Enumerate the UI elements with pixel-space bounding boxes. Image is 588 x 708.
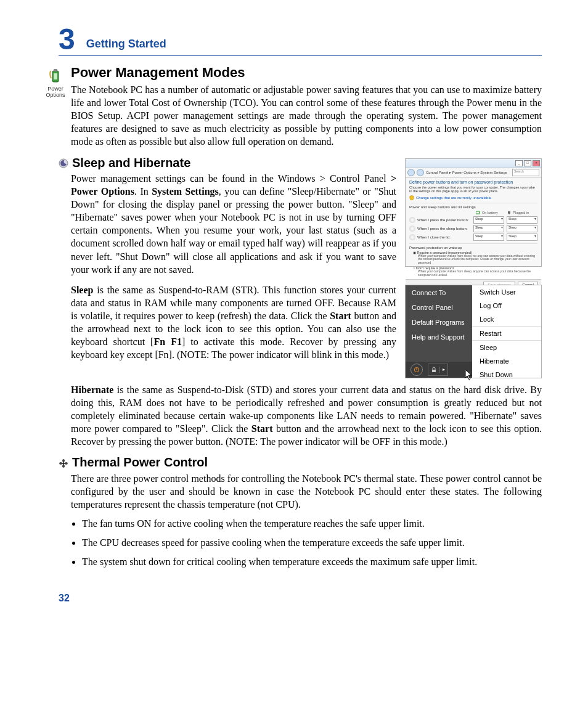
bullet-item: The fan turns ON for active cooling when…	[82, 517, 542, 530]
row-power-button: When I press the power button:SleepSleep	[409, 216, 537, 224]
section-power-management: Power Options Power Management Modes The…	[71, 65, 542, 149]
bullet-item: The system shut down for critical coolin…	[82, 555, 542, 568]
section-thermal: Thermal Power Control There are three po…	[71, 455, 542, 568]
icon-label: Power Options	[46, 86, 65, 98]
heading-power-management: Power Management Modes	[71, 65, 542, 81]
start-menu-right: Switch User Log Off Lock Restart Sleep H…	[472, 285, 541, 378]
dropdown: Sleep	[473, 216, 504, 224]
maximize-icon: □	[524, 160, 531, 166]
figure-start-menu: Connect To Control Panel Default Program…	[405, 285, 542, 378]
row-close-lid: When I close the lid:SleepSleep	[409, 234, 537, 241]
dropdown: Sleep	[507, 216, 537, 224]
back-icon	[407, 169, 415, 176]
power-options-icon: Power Options	[43, 67, 68, 98]
address-bar: Control Panel ▸ Power Options ▸ System S…	[406, 168, 541, 177]
chapter-number: 3	[59, 25, 75, 54]
battery-icon	[476, 210, 481, 215]
svg-rect-2	[54, 73, 57, 79]
start-menu-left: Connect To Control Panel Default Program…	[406, 285, 472, 378]
dropdown: Sleep	[473, 234, 504, 241]
minimize-icon: _	[515, 160, 523, 166]
window-titlebar: _ □ ×	[406, 159, 541, 168]
para-thermal: There are three power control methods fo…	[71, 472, 542, 511]
menu-item: Log Off	[472, 299, 541, 312]
svg-rect-8	[432, 370, 436, 372]
power-icon	[410, 364, 423, 376]
lock-icon	[428, 367, 440, 373]
chapter-title: Getting Started	[86, 38, 166, 54]
cursor-icon	[465, 369, 473, 380]
close-icon: ×	[533, 160, 540, 166]
power-button-icon	[409, 217, 415, 223]
section-label: Power and sleep buttons and lid settings	[409, 205, 537, 209]
lock-group: ▸	[428, 364, 448, 376]
dropdown: Sleep	[507, 225, 537, 232]
menu-item: Sleep	[472, 341, 541, 354]
forward-icon	[417, 169, 424, 176]
menu-item: Switch User	[472, 285, 541, 299]
change-settings-link: Change settings that are currently unava…	[409, 195, 537, 200]
row-sleep-button: When I press the sleep button:SleepSleep	[409, 225, 537, 232]
heading-thermal: Thermal Power Control	[72, 455, 208, 469]
moon-icon	[59, 158, 68, 171]
settings-heading: Define power buttons and turn on passwor…	[409, 180, 537, 184]
menu-item: Restart	[472, 327, 541, 341]
search-input: Search	[512, 169, 539, 176]
section-password: Password protection on wakeup	[409, 243, 537, 250]
chapter-header: 3 Getting Started	[59, 25, 542, 56]
svg-rect-1	[54, 69, 57, 71]
menu-item: Default Programs	[406, 315, 472, 330]
svg-point-9	[63, 462, 65, 464]
dropdown: Sleep	[473, 225, 504, 232]
menu-item: Shut Down	[472, 368, 541, 381]
breadcrumb: Control Panel ▸ Power Options ▸ System S…	[426, 170, 507, 174]
note-require: When your computer wakes from sleep, no …	[418, 254, 537, 265]
menu-item: Lock	[472, 312, 541, 327]
settings-sub: Choose the power settings that you want …	[409, 185, 537, 193]
chevron-right-icon: ▸	[440, 367, 447, 372]
page-number: 32	[59, 593, 542, 604]
lid-icon	[409, 234, 415, 240]
menu-item: Control Panel	[406, 300, 472, 315]
dropdown: Sleep	[507, 234, 537, 241]
fan-icon	[59, 458, 68, 471]
bullet-item: The CPU decreases speed for passive cool…	[82, 536, 542, 549]
para-hibernate-def: Hibernate is the same as Suspend-to-Disk…	[71, 383, 542, 449]
menu-item: Hibernate	[472, 354, 541, 368]
section-sleep-hibernate: Sleep and Hibernate _ □ × Control Panel …	[71, 156, 542, 449]
menu-item: Help and Support	[406, 330, 472, 344]
thermal-bullets: The fan turns ON for active cooling when…	[71, 517, 542, 568]
note-norequire: When your computer wakes from sleep, any…	[418, 270, 537, 277]
shield-icon	[409, 195, 414, 200]
para-power-management: The Notebook PC has a number of automati…	[71, 83, 542, 149]
figure-system-settings: _ □ × Control Panel ▸ Power Options ▸ Sy…	[405, 158, 542, 267]
menu-item: Connect To	[406, 285, 472, 300]
svg-rect-4	[476, 211, 480, 214]
svg-rect-5	[480, 212, 480, 213]
sleep-button-icon	[409, 226, 415, 232]
heading-sleep-hibernate: Sleep and Hibernate	[72, 156, 190, 169]
plug-icon	[507, 210, 512, 215]
